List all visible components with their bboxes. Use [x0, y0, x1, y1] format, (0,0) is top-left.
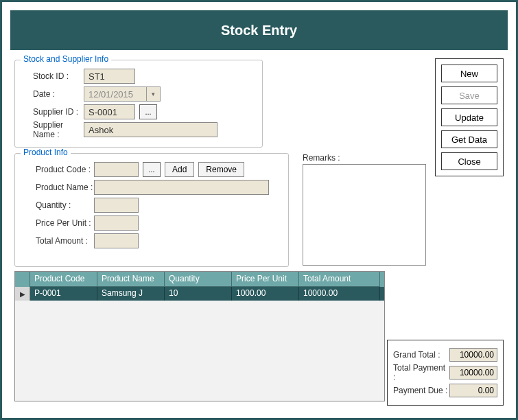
grid-header: Product Code Product Name Quantity Price…	[15, 272, 384, 287]
date-input[interactable]	[84, 87, 146, 101]
quantity-input[interactable]	[94, 198, 139, 213]
product-code-input[interactable]	[94, 162, 139, 177]
main-window: Stock Entry Stock and Supplier Info Stoc…	[0, 0, 518, 420]
price-input[interactable]	[94, 215, 139, 231]
remarks-area: Remarks :	[303, 153, 426, 268]
date-picker[interactable]: ▾	[84, 86, 161, 102]
stock-supplier-group: Stock and Supplier Info Stock ID : Date …	[14, 60, 263, 148]
supplier-id-input[interactable]	[84, 104, 135, 119]
date-label: Date :	[15, 89, 84, 99]
total-amount-label: Total Amount :	[15, 236, 94, 246]
price-label: Price Per Unit :	[15, 218, 94, 228]
col-header-price[interactable]: Price Per Unit	[232, 272, 299, 287]
cell-code[interactable]: P-0001	[30, 287, 97, 301]
remove-button[interactable]: Remove	[198, 162, 244, 177]
cell-total[interactable]: 10000.00	[299, 287, 380, 301]
chevron-down-icon[interactable]: ▾	[146, 87, 160, 101]
supplier-id-label: Supplier ID :	[15, 107, 84, 117]
title-bar: Stock Entry	[10, 10, 508, 50]
total-payment-label: Total Payment :	[393, 363, 449, 382]
col-header-code[interactable]: Product Code	[30, 272, 97, 287]
cell-name[interactable]: Samsung J	[97, 287, 165, 301]
stock-supplier-legend: Stock and Supplier Info	[21, 54, 111, 64]
total-payment-input[interactable]	[449, 366, 497, 380]
payment-due-label: Payment Due :	[393, 386, 449, 395]
product-name-label: Product Name :	[15, 183, 94, 192]
cell-qty[interactable]: 10	[165, 287, 232, 301]
col-header-qty[interactable]: Quantity	[165, 272, 232, 287]
grid-corner	[15, 272, 30, 287]
product-info-group: Product Info Product Code : ... Add Remo…	[14, 153, 289, 267]
content-area: Stock and Supplier Info Stock ID : Date …	[2, 58, 516, 418]
page-title: Stock Entry	[221, 23, 297, 38]
table-row[interactable]: ▶ P-0001 Samsung J 10 1000.00 10000.00	[15, 287, 384, 301]
stock-id-label: Stock ID :	[15, 71, 84, 81]
product-code-label: Product Code :	[15, 165, 94, 174]
close-button[interactable]: Close	[441, 152, 497, 170]
add-button[interactable]: Add	[165, 162, 194, 177]
grand-total-label: Grand Total :	[393, 350, 449, 360]
totals-panel: Grand Total : Total Payment : Payment Du…	[387, 340, 504, 406]
product-info-legend: Product Info	[21, 148, 71, 157]
col-header-total[interactable]: Total Amount	[299, 272, 380, 287]
grand-total-value	[449, 348, 497, 362]
supplier-browse-button[interactable]: ...	[139, 104, 157, 119]
supplier-name-input[interactable]	[84, 122, 217, 137]
col-header-name[interactable]: Product Name	[97, 272, 165, 287]
supplier-name-label: Supplier Name :	[15, 120, 84, 139]
product-name-input[interactable]	[94, 180, 269, 195]
remarks-label: Remarks :	[303, 153, 426, 163]
get-data-button[interactable]: Get Data	[441, 130, 497, 148]
actions-panel: New Save Update Get Data Close	[435, 58, 504, 176]
product-browse-button[interactable]: ...	[143, 162, 161, 177]
quantity-label: Quantity :	[15, 200, 94, 210]
row-indicator-icon: ▶	[15, 287, 30, 301]
stock-id-input[interactable]	[84, 69, 135, 84]
cell-price[interactable]: 1000.00	[232, 287, 299, 301]
payment-due-value	[449, 384, 497, 397]
product-grid[interactable]: Product Code Product Name Quantity Price…	[14, 271, 385, 401]
new-button[interactable]: New	[441, 65, 497, 82]
total-amount-input[interactable]	[94, 233, 139, 248]
save-button[interactable]: Save	[441, 86, 497, 104]
update-button[interactable]: Update	[441, 108, 497, 126]
remarks-textarea[interactable]	[303, 164, 426, 266]
